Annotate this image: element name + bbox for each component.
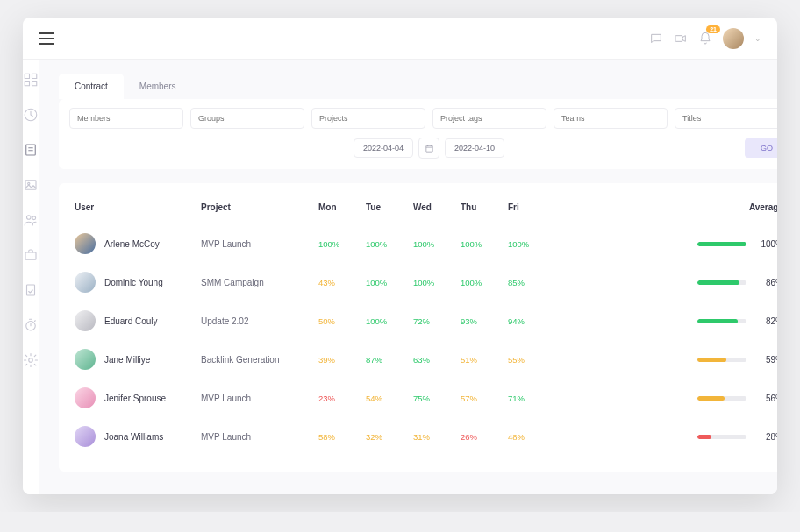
svg-point-8 [28, 182, 30, 184]
col-user: User [75, 202, 197, 212]
go-button[interactable]: GO [745, 138, 777, 158]
table-row: Joana WilliamsMVP Launch58%32%31%26%48%2… [75, 417, 777, 456]
pct-thu: 100% [461, 278, 504, 287]
pct-fri: 71% [508, 394, 552, 403]
svg-rect-1 [25, 74, 29, 78]
avatar [75, 349, 96, 370]
avg-bar [697, 242, 746, 246]
col-mon: Mon [318, 202, 362, 212]
settings-icon[interactable] [23, 352, 39, 368]
dashboard-icon[interactable] [23, 72, 39, 88]
avg-value: 82% [755, 316, 777, 326]
image-icon[interactable] [23, 177, 39, 193]
pct-wed: 100% [413, 239, 457, 249]
user-avatar[interactable] [723, 28, 744, 49]
members-input[interactable] [69, 108, 183, 129]
pct-thu: 100% [461, 239, 504, 249]
tab-contract[interactable]: Contract [59, 74, 124, 99]
projects-input[interactable] [311, 108, 425, 129]
calendar-button[interactable] [418, 138, 439, 159]
table-row: Jenifer SprouseMVP Launch23%54%75%57%71%… [75, 379, 777, 417]
avatar [75, 272, 96, 293]
clipboard-icon[interactable] [23, 282, 39, 298]
titles-input[interactable] [675, 108, 777, 129]
user-name: Dominic Young [104, 278, 163, 287]
svg-rect-11 [25, 252, 36, 259]
user-name: Eduard Couly [104, 316, 158, 326]
pct-fri: 55% [508, 355, 552, 365]
table-row: Dominic YoungSMM Campaign43%100%100%100%… [75, 263, 777, 301]
tabs: ContractMembers [59, 74, 777, 99]
svg-rect-7 [25, 181, 36, 190]
chat-icon[interactable] [649, 32, 663, 46]
pct-tue: 100% [366, 278, 410, 287]
pct-fri: 94% [508, 316, 552, 326]
project-name: SMM Campaign [201, 278, 315, 287]
svg-rect-2 [32, 74, 37, 78]
project-name: Backlink Generation [201, 355, 315, 365]
pct-fri: 85% [508, 278, 552, 287]
date-from-input[interactable]: 2022-04-04 [354, 138, 413, 158]
pct-thu: 26% [461, 432, 504, 442]
avg-bar [697, 319, 746, 323]
project-tags-input[interactable] [432, 108, 546, 129]
avg-bar [697, 280, 746, 285]
video-icon[interactable] [674, 32, 688, 46]
user-name: Jenifer Sprouse [104, 394, 166, 403]
pct-thu: 51% [461, 355, 504, 365]
groups-input[interactable] [190, 108, 304, 129]
sidebar [23, 60, 39, 494]
pct-wed: 100% [413, 278, 457, 287]
pct-wed: 31% [413, 432, 457, 442]
project-name: MVP Launch [201, 394, 315, 403]
tab-members[interactable]: Members [124, 74, 192, 99]
avatar [75, 310, 96, 331]
bell-icon[interactable]: 21 [698, 32, 712, 46]
svg-rect-3 [25, 82, 29, 86]
avg-value: 59% [755, 355, 777, 365]
stopwatch-icon[interactable] [23, 317, 39, 333]
pct-wed: 72% [413, 316, 457, 326]
report-table: User Project Mon Tue Wed Thu Fri Average… [59, 183, 777, 472]
pct-thu: 57% [461, 394, 504, 403]
notification-badge: 21 [706, 25, 720, 33]
table-row: Arlene McCoyMVP Launch100%100%100%100%10… [75, 224, 777, 263]
pct-mon: 23% [318, 394, 362, 403]
pct-tue: 54% [366, 394, 410, 403]
menu-button[interactable] [39, 32, 54, 45]
document-icon[interactable] [23, 142, 39, 158]
users-icon[interactable] [23, 212, 39, 228]
briefcase-icon[interactable] [23, 247, 39, 263]
svg-rect-6 [26, 145, 36, 155]
avg-value: 86% [755, 278, 777, 287]
svg-point-10 [32, 216, 36, 220]
clock-icon[interactable] [23, 107, 39, 123]
avg-value: 100% [755, 239, 777, 249]
chevron-down-icon[interactable]: ⌄ [754, 34, 761, 43]
pct-thu: 93% [461, 316, 504, 326]
avatar [75, 426, 96, 447]
col-wed: Wed [413, 202, 457, 212]
filter-bar: 2022-04-04 2022-04-10 GO [59, 99, 777, 169]
svg-rect-15 [425, 145, 432, 152]
teams-input[interactable] [554, 108, 668, 129]
avatar [75, 387, 96, 408]
avg-value: 56% [755, 394, 777, 403]
pct-mon: 39% [318, 355, 362, 365]
pct-fri: 100% [508, 239, 552, 249]
col-project: Project [201, 202, 315, 212]
avg-bar [697, 358, 746, 362]
pct-wed: 75% [413, 394, 457, 403]
svg-rect-0 [675, 35, 682, 41]
project-name: MVP Launch [201, 239, 315, 249]
project-name: Update 2.02 [201, 316, 315, 326]
user-name: Arlene McCoy [104, 239, 160, 249]
project-name: MVP Launch [201, 432, 315, 442]
col-average: Average [555, 202, 777, 212]
topbar: 21 ⌄ [23, 18, 777, 60]
pct-tue: 100% [366, 239, 410, 249]
col-thu: Thu [461, 202, 504, 212]
user-name: Joana Williams [104, 432, 163, 442]
pct-mon: 43% [318, 278, 362, 287]
date-to-input[interactable]: 2022-04-10 [445, 138, 504, 158]
